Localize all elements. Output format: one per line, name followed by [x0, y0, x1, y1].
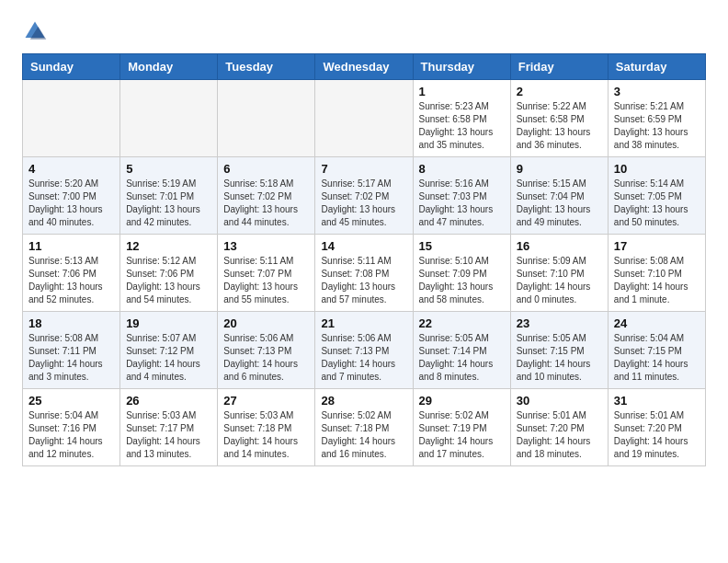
day-number: 10: [614, 162, 700, 176]
calendar-cell: [23, 80, 120, 157]
page: SundayMondayTuesdayWednesdayThursdayFrid…: [0, 0, 728, 485]
header: [22, 18, 706, 44]
day-info: Sunrise: 5:20 AMSunset: 7:00 PMDaylight:…: [28, 178, 114, 229]
day-number: 7: [321, 162, 406, 176]
day-info: Sunrise: 5:11 AMSunset: 7:07 PMDaylight:…: [223, 255, 309, 306]
day-number: 31: [614, 394, 700, 408]
calendar-cell: 1Sunrise: 5:23 AMSunset: 6:58 PMDaylight…: [413, 80, 510, 157]
day-info: Sunrise: 5:13 AMSunset: 7:06 PMDaylight:…: [28, 255, 114, 306]
day-number: 8: [419, 162, 505, 176]
calendar-cell: 25Sunrise: 5:04 AMSunset: 7:16 PMDayligh…: [23, 389, 120, 466]
calendar-cell: 4Sunrise: 5:20 AMSunset: 7:00 PMDaylight…: [23, 157, 120, 235]
calendar-cell: 18Sunrise: 5:08 AMSunset: 7:11 PMDayligh…: [23, 312, 120, 389]
day-number: 20: [223, 316, 309, 330]
day-info: Sunrise: 5:11 AMSunset: 7:08 PMDaylight:…: [321, 255, 406, 306]
day-info: Sunrise: 5:09 AMSunset: 7:10 PMDaylight:…: [517, 255, 602, 306]
calendar-cell: 20Sunrise: 5:06 AMSunset: 7:13 PMDayligh…: [218, 312, 315, 389]
day-info: Sunrise: 5:14 AMSunset: 7:05 PMDaylight:…: [614, 178, 700, 229]
calendar-cell: 27Sunrise: 5:03 AMSunset: 7:18 PMDayligh…: [218, 389, 315, 466]
calendar-cell: 13Sunrise: 5:11 AMSunset: 7:07 PMDayligh…: [218, 235, 315, 312]
day-info: Sunrise: 5:17 AMSunset: 7:02 PMDaylight:…: [321, 178, 406, 229]
calendar-cell: 19Sunrise: 5:07 AMSunset: 7:12 PMDayligh…: [120, 312, 218, 389]
day-info: Sunrise: 5:19 AMSunset: 7:01 PMDaylight:…: [126, 178, 211, 229]
day-number: 21: [321, 316, 406, 330]
day-info: Sunrise: 5:02 AMSunset: 7:19 PMDaylight:…: [419, 409, 505, 461]
day-info: Sunrise: 5:04 AMSunset: 7:16 PMDaylight:…: [28, 409, 114, 461]
day-info: Sunrise: 5:16 AMSunset: 7:03 PMDaylight:…: [419, 178, 505, 229]
day-number: 5: [126, 162, 211, 176]
day-number: 26: [126, 394, 211, 408]
calendar-week-5: 25Sunrise: 5:04 AMSunset: 7:16 PMDayligh…: [23, 389, 706, 466]
day-number: 28: [321, 394, 406, 408]
day-number: 19: [126, 316, 211, 330]
weekday-header-saturday: Saturday: [608, 54, 705, 80]
calendar-cell: 15Sunrise: 5:10 AMSunset: 7:09 PMDayligh…: [413, 235, 510, 312]
day-number: 27: [223, 394, 309, 408]
day-info: Sunrise: 5:21 AMSunset: 6:59 PMDaylight:…: [614, 100, 700, 152]
day-number: 4: [28, 162, 114, 176]
logo-icon: [22, 18, 48, 44]
weekday-header-row: SundayMondayTuesdayWednesdayThursdayFrid…: [23, 54, 706, 80]
weekday-header-monday: Monday: [120, 54, 218, 80]
day-info: Sunrise: 5:23 AMSunset: 6:58 PMDaylight:…: [419, 100, 505, 152]
calendar-cell: 8Sunrise: 5:16 AMSunset: 7:03 PMDaylight…: [413, 157, 510, 235]
day-info: Sunrise: 5:03 AMSunset: 7:18 PMDaylight:…: [223, 409, 309, 461]
day-info: Sunrise: 5:05 AMSunset: 7:14 PMDaylight:…: [419, 332, 505, 384]
day-info: Sunrise: 5:01 AMSunset: 7:20 PMDaylight:…: [517, 409, 602, 461]
day-info: Sunrise: 5:05 AMSunset: 7:15 PMDaylight:…: [517, 332, 602, 384]
calendar-cell: 10Sunrise: 5:14 AMSunset: 7:05 PMDayligh…: [608, 157, 705, 235]
day-info: Sunrise: 5:03 AMSunset: 7:17 PMDaylight:…: [126, 409, 211, 461]
calendar-cell: [120, 80, 218, 157]
weekday-header-tuesday: Tuesday: [218, 54, 315, 80]
weekday-header-friday: Friday: [510, 54, 608, 80]
day-info: Sunrise: 5:22 AMSunset: 6:58 PMDaylight:…: [517, 100, 602, 152]
day-number: 11: [28, 239, 114, 253]
calendar-cell: 2Sunrise: 5:22 AMSunset: 6:58 PMDaylight…: [510, 80, 608, 157]
day-number: 3: [614, 85, 700, 98]
calendar-week-2: 4Sunrise: 5:20 AMSunset: 7:00 PMDaylight…: [23, 157, 706, 235]
day-number: 29: [419, 394, 505, 408]
calendar-table: SundayMondayTuesdayWednesdayThursdayFrid…: [22, 53, 706, 466]
day-number: 18: [28, 316, 114, 330]
calendar-cell: [218, 80, 315, 157]
logo: [22, 18, 51, 44]
weekday-header-wednesday: Wednesday: [315, 54, 413, 80]
day-number: 14: [321, 239, 406, 253]
day-info: Sunrise: 5:06 AMSunset: 7:13 PMDaylight:…: [321, 332, 406, 384]
calendar-cell: 22Sunrise: 5:05 AMSunset: 7:14 PMDayligh…: [413, 312, 510, 389]
calendar-week-4: 18Sunrise: 5:08 AMSunset: 7:11 PMDayligh…: [23, 312, 706, 389]
calendar-cell: 21Sunrise: 5:06 AMSunset: 7:13 PMDayligh…: [315, 312, 413, 389]
calendar-cell: 24Sunrise: 5:04 AMSunset: 7:15 PMDayligh…: [608, 312, 705, 389]
calendar-cell: 6Sunrise: 5:18 AMSunset: 7:02 PMDaylight…: [218, 157, 315, 235]
calendar-cell: 5Sunrise: 5:19 AMSunset: 7:01 PMDaylight…: [120, 157, 218, 235]
day-info: Sunrise: 5:02 AMSunset: 7:18 PMDaylight:…: [321, 409, 406, 461]
weekday-header-thursday: Thursday: [413, 54, 510, 80]
calendar-cell: 23Sunrise: 5:05 AMSunset: 7:15 PMDayligh…: [510, 312, 608, 389]
calendar-cell: 29Sunrise: 5:02 AMSunset: 7:19 PMDayligh…: [413, 389, 510, 466]
day-info: Sunrise: 5:15 AMSunset: 7:04 PMDaylight:…: [517, 178, 602, 229]
day-number: 23: [517, 316, 602, 330]
calendar-cell: 26Sunrise: 5:03 AMSunset: 7:17 PMDayligh…: [120, 389, 218, 466]
day-info: Sunrise: 5:04 AMSunset: 7:15 PMDaylight:…: [614, 332, 700, 384]
day-number: 22: [419, 316, 505, 330]
day-number: 2: [517, 85, 602, 98]
day-info: Sunrise: 5:08 AMSunset: 7:11 PMDaylight:…: [28, 332, 114, 384]
day-number: 12: [126, 239, 211, 253]
calendar-week-3: 11Sunrise: 5:13 AMSunset: 7:06 PMDayligh…: [23, 235, 706, 312]
calendar-cell: 14Sunrise: 5:11 AMSunset: 7:08 PMDayligh…: [315, 235, 413, 312]
day-number: 30: [517, 394, 602, 408]
day-number: 17: [614, 239, 700, 253]
calendar-cell: [315, 80, 413, 157]
calendar-cell: 16Sunrise: 5:09 AMSunset: 7:10 PMDayligh…: [510, 235, 608, 312]
day-info: Sunrise: 5:08 AMSunset: 7:10 PMDaylight:…: [614, 255, 700, 306]
day-info: Sunrise: 5:18 AMSunset: 7:02 PMDaylight:…: [223, 178, 309, 229]
calendar-cell: 28Sunrise: 5:02 AMSunset: 7:18 PMDayligh…: [315, 389, 413, 466]
calendar-cell: 30Sunrise: 5:01 AMSunset: 7:20 PMDayligh…: [510, 389, 608, 466]
calendar-cell: 12Sunrise: 5:12 AMSunset: 7:06 PMDayligh…: [120, 235, 218, 312]
day-number: 6: [223, 162, 309, 176]
calendar-week-1: 1Sunrise: 5:23 AMSunset: 6:58 PMDaylight…: [23, 80, 706, 157]
calendar-cell: 7Sunrise: 5:17 AMSunset: 7:02 PMDaylight…: [315, 157, 413, 235]
day-info: Sunrise: 5:10 AMSunset: 7:09 PMDaylight:…: [419, 255, 505, 306]
calendar-cell: 9Sunrise: 5:15 AMSunset: 7:04 PMDaylight…: [510, 157, 608, 235]
day-info: Sunrise: 5:06 AMSunset: 7:13 PMDaylight:…: [223, 332, 309, 384]
